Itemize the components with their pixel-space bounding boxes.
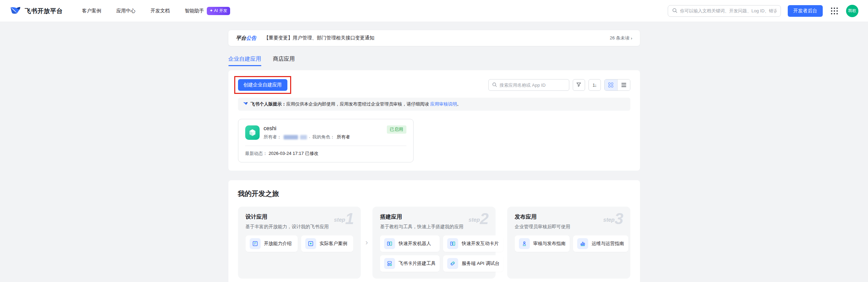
activity-label: 最新动态： (245, 151, 267, 156)
announcement-label: 平台公告 (236, 35, 257, 41)
list-view-button[interactable] (617, 79, 630, 90)
nav-item-customer-cases[interactable]: 客户案例 (82, 8, 101, 14)
ai-dev-badge[interactable]: ✦ AI 开发 (207, 7, 230, 15)
feishu-logo[interactable]: 飞书开放平台 (10, 4, 63, 17)
global-search-input[interactable] (680, 8, 776, 13)
step3-watermark: step 3 (603, 211, 623, 226)
link-api-debugger[interactable]: 服务端 API 调试台 (443, 255, 503, 272)
tab-self-built-apps[interactable]: 企业自建应用 (228, 56, 261, 66)
create-app-button[interactable]: 创建企业自建应用 (238, 79, 287, 91)
apps-grid-icon[interactable] (830, 6, 839, 16)
document-icon (250, 238, 261, 249)
search-icon (492, 82, 497, 88)
create-app-annotated-area: 创建企业自建应用 (238, 79, 287, 91)
journey-title: 我的开发之旅 (238, 189, 630, 198)
journey-steps: step 1 设计应用 基于丰富的开放能力，设计我的飞书应用 (238, 207, 630, 279)
app-search-box[interactable] (488, 79, 569, 91)
link-quick-card[interactable]: 快速开发互动卡片 (443, 235, 503, 252)
chevron-right-icon: › (631, 36, 632, 41)
meta-dot: · (309, 135, 310, 140)
logo-title: 飞书开放平台 (25, 7, 63, 15)
personal-edition-tip: 飞书个人版提示：应用仅供本企业内部使用，应用发布需经过企业管理员审核，请仔细阅读… (238, 98, 630, 111)
unread-count-link[interactable]: 26 条未读 › (610, 35, 632, 41)
app-card-header: ceshi 所有者： · 我的角色： 所有者 已启用 (245, 125, 406, 140)
developer-console-button[interactable]: 开发者后台 (788, 5, 823, 17)
app-card-ceshi[interactable]: ceshi 所有者： · 我的角色： 所有者 已启用 最新动态： 2026-03… (238, 119, 414, 162)
step2-watermark: step 2 (468, 211, 489, 226)
filter-funnel-icon (576, 82, 581, 88)
blocks-icon (384, 258, 395, 269)
grid-view-icon (608, 83, 613, 87)
main-nav: 客户案例 应用中心 开发文档 智能助手 ✦ AI 开发 (82, 7, 230, 15)
link-ops-guide[interactable]: 运维与运营指南 (573, 235, 628, 252)
app-latest-activity: 最新动态： 2026-03-24 17:17 已修改 (245, 150, 406, 157)
bar-chart-icon (577, 238, 588, 249)
owner-name-redacted (284, 135, 298, 139)
filter-button[interactable] (573, 79, 585, 91)
grid-view-button[interactable] (605, 79, 617, 90)
tab-store-apps[interactable]: 商店应用 (273, 56, 295, 66)
role-value: 所有者 (337, 134, 350, 140)
nav-item-ai-assistant[interactable]: 智能助手 ✦ AI 开发 (185, 7, 230, 15)
step-card-design: step 1 设计应用 基于丰富的开放能力，设计我的飞书应用 (238, 207, 361, 279)
sparkle-icon: ✦ (210, 8, 213, 13)
toolbar-right-controls: 1↓ (488, 79, 630, 91)
app-search-input[interactable] (500, 83, 566, 88)
app-info: ceshi 所有者： · 我的角色： 所有者 (264, 125, 383, 140)
owner-label: 所有者： (264, 134, 282, 140)
nav-item-app-center[interactable]: 应用中心 (116, 8, 135, 14)
link-review-publish-guide[interactable]: 审核与发布指南 (515, 235, 570, 252)
chevron-right-icon: › (361, 207, 372, 279)
list-view-icon (621, 83, 626, 87)
role-label: 我的角色： (312, 134, 335, 140)
sort-icon: 1↓ (593, 83, 597, 88)
stamp-icon (519, 238, 530, 249)
top-header: 飞书开放平台 客户案例 应用中心 开发文档 智能助手 ✦ AI 开发 开发者后台 (0, 0, 868, 22)
link-customer-cases[interactable]: 实际客户案例 (301, 235, 353, 252)
app-cube-icon (245, 125, 260, 140)
book-icon (384, 238, 395, 249)
sort-button[interactable]: 1↓ (588, 79, 601, 91)
step-card-build: step 2 搭建应用 基于教程与工具，快速上手搭建我的应用 (372, 207, 496, 279)
nav-item-dev-docs[interactable]: 开发文档 (151, 8, 170, 14)
platform-announcement-bar[interactable]: 平台公告 【重要变更】用户管理、部门管理相关接口变更通知 26 条未读 › (228, 30, 640, 46)
tip-feishu-icon (243, 101, 248, 107)
feishu-logo-icon (10, 4, 21, 17)
status-badge-enabled: 已启用 (387, 125, 406, 134)
review-guide-link[interactable]: 应用审核说明 (430, 101, 457, 107)
view-toggle (604, 79, 630, 91)
book-icon (447, 238, 458, 249)
link-card-builder[interactable]: 飞书卡片搭建工具 (380, 255, 440, 272)
step-card-publish: step 3 发布应用 企业管理员审核后即可使用 审 (507, 207, 630, 279)
search-icon (672, 8, 677, 14)
app-name: ceshi (264, 125, 383, 132)
app-card-divider (245, 146, 406, 146)
app-list-toolbar: 创建企业自建应用 (238, 79, 630, 91)
announcement-message[interactable]: 【重要变更】用户管理、部门管理相关接口变更通知 (264, 35, 603, 41)
step1-watermark: step 1 (334, 211, 354, 226)
global-search-box[interactable] (668, 5, 781, 17)
header-right: 开发者后台 凯歌 (668, 5, 858, 17)
app-type-tabs: 企业自建应用 商店应用 (228, 56, 640, 66)
owner-name-redacted-2 (300, 135, 307, 139)
star-document-icon (305, 238, 316, 249)
dev-journey-panel: 我的开发之旅 step 1 设计应用 基于丰富的开放能力，设计我的飞书应用 (228, 180, 640, 282)
link-quick-bot[interactable]: 快速开发机器人 (380, 235, 440, 252)
app-meta: 所有者： · 我的角色： 所有者 (264, 134, 383, 140)
activity-value: 2026-03-24 17:17 已修改 (269, 151, 318, 156)
app-list-panel: 创建企业自建应用 (228, 70, 640, 171)
user-avatar[interactable]: 凯歌 (846, 5, 858, 17)
tip-text: 飞书个人版提示：应用仅供本企业内部使用，应用发布需经过企业管理员审核，请仔细阅读… (251, 101, 462, 107)
api-link-icon (447, 258, 458, 269)
link-open-capabilities[interactable]: 开放能力介绍 (246, 235, 298, 252)
